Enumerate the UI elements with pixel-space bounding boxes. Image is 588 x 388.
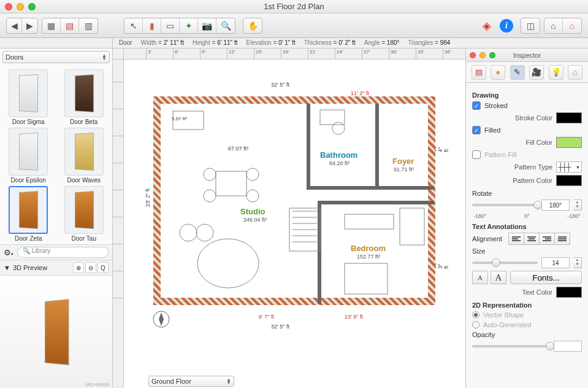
- disclosure-icon[interactable]: ▼: [4, 264, 10, 271]
- info-button[interactable]: i: [500, 19, 513, 33]
- align-center-button[interactable]: [524, 233, 540, 245]
- library-item[interactable]: Door Beta: [58, 68, 110, 125]
- drawing-header: Drawing: [472, 91, 582, 99]
- library-item[interactable]: Door Waves: [58, 126, 110, 184]
- library-item[interactable]: Door Sigma: [2, 68, 55, 125]
- plan-icon: ▦: [47, 21, 55, 31]
- status-bar: Door Width = 2' 11" ft Height = 6' 11" f…: [0, 38, 588, 49]
- panel-icon: ◫: [527, 21, 535, 31]
- library-category-value: Doors: [6, 53, 23, 61]
- size-value[interactable]: 14: [541, 257, 570, 268]
- wall-tool-button[interactable]: ▮: [143, 18, 161, 33]
- floor-level-select[interactable]: Ground Floor ▲▼: [148, 376, 234, 387]
- fonts-button[interactable]: Fonts...: [510, 271, 582, 284]
- close-window-button[interactable]: [5, 3, 12, 10]
- inspector-toggle-button[interactable]: ◫: [521, 18, 540, 33]
- minimize-window-button[interactable]: [17, 3, 24, 10]
- measure-tool-button[interactable]: ✦: [180, 18, 198, 33]
- library-category-select[interactable]: Doors ▲▼: [2, 51, 110, 63]
- zoom-fit-button[interactable]: Q: [97, 262, 109, 273]
- updown-icon: ▲▼: [102, 54, 107, 60]
- pattern-fill-checkbox[interactable]: [472, 150, 481, 159]
- view-3d-button[interactable]: ▤: [61, 18, 79, 33]
- rotate-value[interactable]: 180°: [541, 200, 570, 211]
- tab-materials[interactable]: ●: [491, 65, 505, 80]
- text-annotations-header: Text Annotations: [472, 223, 582, 230]
- house-outline-icon: ⌂: [551, 21, 556, 31]
- pattern-color-swatch[interactable]: [556, 175, 582, 186]
- pan-tool-button[interactable]: ✋: [243, 18, 262, 33]
- opacity-slider[interactable]: [472, 345, 550, 347]
- size-label: Size: [472, 247, 582, 255]
- zoom-tool-button[interactable]: 🔍: [216, 18, 235, 33]
- view-mode-group: ▦ ▤ ▥: [42, 18, 98, 34]
- opacity-value[interactable]: [554, 341, 582, 352]
- pattern-color-label: Pattern Color: [472, 177, 552, 184]
- close-panel-button[interactable]: [470, 52, 476, 58]
- ruler-origin: [113, 49, 124, 60]
- tab-building[interactable]: ⌂: [568, 65, 582, 80]
- room-bedroom-area: 152.77 ft²: [357, 254, 380, 260]
- room-foyer-label: Foyer: [392, 157, 414, 166]
- view-2d-button[interactable]: ▦: [42, 18, 61, 33]
- font-small-button[interactable]: A: [472, 271, 488, 284]
- preview-3d-pane[interactable]: ARCHIBASE: [0, 276, 112, 388]
- pattern-fill-label: Pattern Fill: [484, 151, 517, 158]
- opacity-label: Opacity: [472, 331, 582, 338]
- zoom-out-button[interactable]: ⊖: [85, 262, 96, 273]
- nav-forward-button[interactable]: ▶: [22, 18, 37, 33]
- auto-generated-radio[interactable]: [472, 321, 479, 328]
- size-stepper[interactable]: ▲▼: [573, 257, 582, 268]
- library-item[interactable]: Door Epsilon: [2, 126, 55, 184]
- room-icon: ▭: [166, 21, 174, 31]
- magnifier-icon: 🔍: [221, 21, 231, 31]
- tab-furniture[interactable]: ▤: [472, 65, 486, 80]
- wall: [307, 186, 434, 190]
- gear-icon[interactable]: ⚙▾: [4, 248, 13, 257]
- ruler-vertical[interactable]: [113, 60, 124, 388]
- size-slider[interactable]: [472, 262, 538, 264]
- rotate-stepper[interactable]: ▲▼: [573, 200, 582, 211]
- font-large-button[interactable]: A: [491, 271, 506, 284]
- align-justify-button[interactable]: [554, 233, 570, 245]
- inspector-tabs: ▤ ● ✎ 🎥 💡 ⌂: [466, 62, 588, 83]
- minimize-panel-button[interactable]: [479, 52, 486, 58]
- library-search-input[interactable]: 🔍 Library: [17, 247, 109, 258]
- auto-label: Auto-Generated: [483, 321, 531, 328]
- stroke-color-label: Stroke Color: [472, 114, 552, 122]
- align-right-button[interactable]: [539, 233, 555, 245]
- align-left-button[interactable]: [508, 233, 524, 245]
- dim-bl-red: 6' 7" ft: [259, 314, 274, 320]
- vector-shape-radio[interactable]: [472, 311, 479, 319]
- fill-color-swatch[interactable]: [556, 137, 582, 148]
- nav-arrows: ◀ ▶: [6, 18, 38, 34]
- camera-tool-button[interactable]: 📷: [198, 18, 216, 33]
- room-tool-button[interactable]: ▭: [161, 18, 180, 33]
- ruler-horizontal[interactable]: 3' 6' 9' 12' 15' 18' 21' 24' 27' 30' 33'…: [124, 49, 465, 60]
- stroked-checkbox[interactable]: ✓: [472, 101, 481, 110]
- view-split-button[interactable]: ▥: [79, 18, 97, 33]
- floorplan-canvas[interactable]: 32' 5" ft 11' 2" ft 32' 5" ft 6' 7" ft 1…: [124, 60, 465, 374]
- stroke-color-swatch[interactable]: [556, 112, 582, 123]
- house-b-button[interactable]: ⌂: [563, 18, 581, 33]
- house-a-button[interactable]: ⌂: [544, 18, 563, 33]
- tab-2d[interactable]: ✎: [510, 65, 525, 80]
- rotate-slider[interactable]: [472, 204, 538, 206]
- library-item[interactable]: Door Zeta: [2, 185, 55, 242]
- zoom-panel-button[interactable]: [489, 52, 495, 58]
- store-button[interactable]: ◈: [478, 18, 496, 33]
- select-tool-button[interactable]: ↖: [124, 18, 143, 33]
- tab-camera[interactable]: 🎥: [529, 65, 544, 80]
- nav-back-button[interactable]: ◀: [7, 18, 22, 33]
- dim-bottom: 32' 5" ft: [271, 324, 289, 330]
- library-item[interactable]: Door Tau: [58, 185, 110, 242]
- filled-checkbox[interactable]: ✓: [472, 126, 481, 134]
- window-titlebar: 1st Floor 2d Plan: [0, 0, 588, 14]
- text-color-swatch[interactable]: [556, 287, 582, 298]
- tab-light[interactable]: 💡: [549, 65, 563, 80]
- pattern-type-select[interactable]: ┼┼┼▼: [556, 161, 582, 173]
- zoom-in-button[interactable]: ⊕: [73, 262, 84, 273]
- zoom-window-button[interactable]: [28, 3, 36, 10]
- alignment-buttons: [509, 233, 570, 245]
- window-title: 1st Floor 2d Plan: [0, 2, 588, 11]
